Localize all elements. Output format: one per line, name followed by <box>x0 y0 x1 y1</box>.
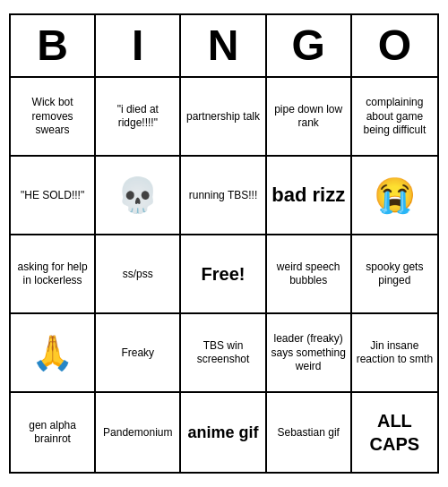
cell-content-4: complaining about game being difficult <box>356 96 434 138</box>
cell-content-18: leader (freaky) says something weird <box>271 332 347 374</box>
cell-content-24: ALL CAPS <box>356 409 434 456</box>
bingo-cell-9: 😭 <box>352 157 437 235</box>
bingo-cell-4: complaining about game being difficult <box>352 78 437 157</box>
bingo-cell-0: Wick bot removes swears <box>11 78 96 157</box>
cell-content-5: "HE SOLD!!!" <box>21 189 84 203</box>
bingo-letter-i: I <box>96 15 181 77</box>
bingo-header: BINGO <box>11 15 437 79</box>
bingo-cell-3: pipe down low rank <box>267 78 352 157</box>
cell-content-23: Sebastian gif <box>278 426 340 440</box>
cell-content-11: ss/pss <box>123 268 153 282</box>
cell-content-16: Freaky <box>121 346 154 361</box>
bingo-cell-2: partnership talk <box>181 78 266 157</box>
bingo-cell-1: "i died at ridge!!!!" <box>96 78 181 157</box>
cell-content-15: 🙏 <box>31 336 73 370</box>
cell-content-7: running TBS!!! <box>189 189 258 203</box>
bingo-cell-20: gen alpha brainrot <box>11 393 96 472</box>
cell-content-2: partnership talk <box>186 110 260 124</box>
cell-content-3: pipe down low rank <box>271 103 347 131</box>
bingo-cell-22: anime gif <box>181 393 266 472</box>
cell-content-9: 😭 <box>374 178 416 212</box>
bingo-cell-6: 💀 <box>96 157 181 235</box>
cell-content-17: TBS win screenshot <box>185 339 261 367</box>
bingo-letter-o: O <box>352 15 437 77</box>
bingo-cell-18: leader (freaky) says something weird <box>267 314 352 393</box>
cell-content-12: Free! <box>202 262 246 286</box>
bingo-card: BINGO Wick bot removes swears"i died at … <box>9 13 439 474</box>
cell-content-1: "i died at ridge!!!!" <box>99 103 176 131</box>
cell-content-22: anime gif <box>187 423 258 443</box>
cell-content-10: asking for help in lockerless <box>14 261 90 288</box>
bingo-letter-g: G <box>267 15 352 77</box>
bingo-cell-13: weird speech bubbles <box>267 235 352 314</box>
bingo-cell-16: Freaky <box>96 314 181 393</box>
cell-content-13: weird speech bubbles <box>271 261 347 288</box>
bingo-cell-11: ss/pss <box>96 235 181 314</box>
bingo-letter-b: B <box>11 15 96 77</box>
bingo-cell-15: 🙏 <box>11 314 96 393</box>
bingo-cell-7: running TBS!!! <box>181 157 266 235</box>
bingo-cell-14: spooky gets pinged <box>352 235 437 314</box>
cell-content-19: Jin insane reaction to smth <box>356 339 434 367</box>
bingo-cell-24: ALL CAPS <box>352 393 437 472</box>
cell-content-20: gen alpha brainrot <box>14 419 90 447</box>
bingo-cell-23: Sebastian gif <box>267 393 352 472</box>
cell-content-8: bad rizz <box>271 183 345 209</box>
cell-content-6: 💀 <box>116 178 159 212</box>
bingo-cell-17: TBS win screenshot <box>181 314 266 393</box>
bingo-cell-19: Jin insane reaction to smth <box>352 314 437 393</box>
bingo-cell-21: Pandemonium <box>96 393 181 472</box>
bingo-cell-10: asking for help in lockerless <box>11 235 96 314</box>
bingo-grid: Wick bot removes swears"i died at ridge!… <box>11 78 437 472</box>
bingo-cell-8: bad rizz <box>267 157 352 235</box>
bingo-cell-12: Free! <box>181 235 266 314</box>
bingo-letter-n: N <box>181 15 266 77</box>
cell-content-0: Wick bot removes swears <box>14 96 90 138</box>
bingo-cell-5: "HE SOLD!!!" <box>11 157 96 235</box>
cell-content-21: Pandemonium <box>103 426 172 440</box>
cell-content-14: spooky gets pinged <box>356 261 434 288</box>
